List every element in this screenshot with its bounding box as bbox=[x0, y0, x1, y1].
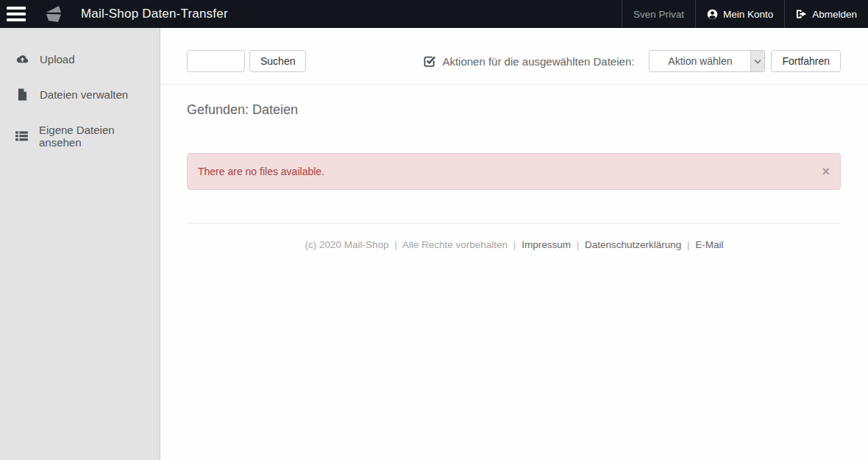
search-button[interactable]: Suchen bbox=[249, 50, 306, 72]
sign-out-icon bbox=[796, 9, 807, 19]
continue-button[interactable]: Fortfahren bbox=[771, 50, 841, 72]
results-heading: Gefunden: Dateien bbox=[160, 85, 868, 118]
search-group: Suchen bbox=[187, 50, 306, 72]
actions-group: Aktionen für die ausgewählten Dateien: A… bbox=[424, 50, 841, 72]
account-label: Mein Konto bbox=[723, 9, 773, 20]
app-logo-icon bbox=[44, 0, 63, 28]
sidebar-item-upload[interactable]: Upload bbox=[0, 44, 160, 74]
footer-rights: Alle Rechte vorbehalten bbox=[402, 239, 508, 250]
action-select[interactable]: Aktion wählen bbox=[649, 50, 765, 72]
sidebar-item-label: Upload bbox=[40, 53, 75, 66]
app-title: Mail-Shop Daten-Transfer bbox=[81, 0, 228, 28]
sidebar-item-view-own-files[interactable]: Eigene Dateien ansehen bbox=[0, 115, 160, 158]
action-select-value: Aktion wählen bbox=[650, 51, 750, 71]
sidebar-item-label: Eigene Dateien ansehen bbox=[39, 124, 144, 149]
alert-message: There are no files available. bbox=[198, 166, 324, 177]
user-name: Sven Privat bbox=[622, 0, 695, 28]
user-circle-icon bbox=[707, 9, 718, 20]
alert-close-icon[interactable]: × bbox=[822, 165, 830, 178]
footer-link-datenschutz[interactable]: Datenschutzerklärung bbox=[585, 239, 681, 250]
topbar-spacer bbox=[228, 0, 622, 28]
chevron-down-icon bbox=[750, 51, 764, 71]
toolbar: Suchen Aktionen für die ausgewählten Dat… bbox=[160, 28, 868, 85]
sidebar-item-manage-files[interactable]: Dateien verwalten bbox=[0, 79, 160, 110]
logout-button[interactable]: Abmelden bbox=[784, 0, 868, 28]
sidebar: Upload Dateien verwalten bbox=[0, 28, 160, 460]
actions-label: Aktionen für die ausgewählten Dateien: bbox=[442, 55, 634, 68]
footer-separator: | bbox=[394, 239, 397, 250]
search-input[interactable] bbox=[187, 50, 245, 72]
footer-separator: | bbox=[577, 239, 580, 250]
sidebar-item-label: Dateien verwalten bbox=[40, 88, 128, 101]
footer-link-impressum[interactable]: Impressum bbox=[522, 239, 571, 250]
check-square-icon bbox=[424, 55, 436, 68]
footer-separator: | bbox=[513, 239, 516, 250]
alert-no-files: There are no files available. × bbox=[187, 153, 841, 190]
file-icon bbox=[15, 88, 29, 101]
main-content: Suchen Aktionen für die ausgewählten Dat… bbox=[160, 28, 868, 460]
footer: (c) 2020 Mail-Shop | Alle Rechte vorbeha… bbox=[160, 224, 868, 250]
footer-copyright: (c) 2020 Mail-Shop bbox=[305, 239, 388, 250]
list-icon bbox=[15, 131, 28, 141]
footer-link-email[interactable]: E-Mail bbox=[695, 239, 723, 250]
logout-label: Abmelden bbox=[812, 9, 857, 20]
top-bar: Mail-Shop Daten-Transfer Sven Privat Mei… bbox=[0, 0, 868, 28]
cloud-upload-icon bbox=[15, 54, 29, 65]
hamburger-menu-icon[interactable] bbox=[0, 0, 32, 28]
account-menu[interactable]: Mein Konto bbox=[695, 0, 784, 28]
footer-separator: | bbox=[687, 239, 690, 250]
